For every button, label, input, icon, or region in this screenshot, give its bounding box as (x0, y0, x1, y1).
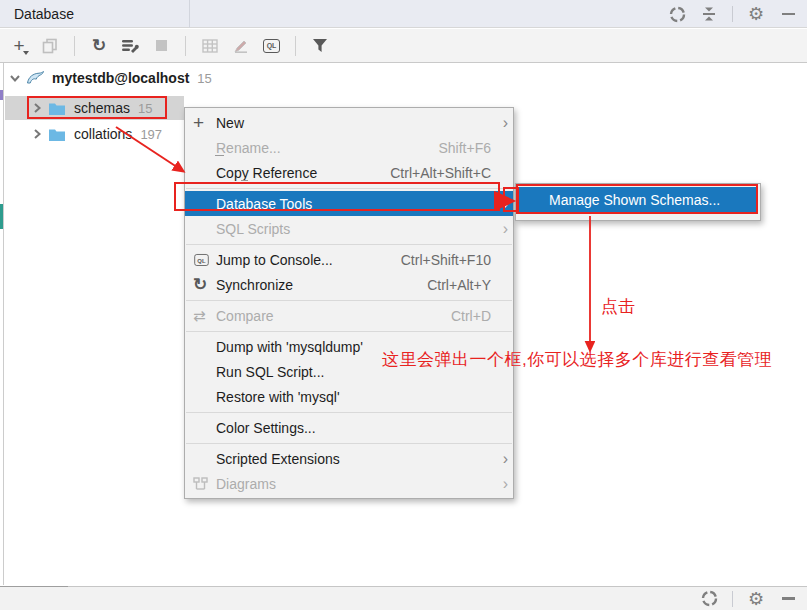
tab-database[interactable]: Database (0, 0, 190, 28)
submenu-arrow-icon (497, 221, 508, 237)
menu-item-diagrams[interactable]: Diagrams (185, 471, 513, 496)
tool-window-header: Database (0, 0, 807, 28)
bottom-tab-edge (0, 586, 68, 587)
menu-item-shortcut: Ctrl+Alt+Shift+C (390, 165, 491, 181)
menu-item-label: Diagrams (216, 476, 491, 492)
menu-item-shortcut: Ctrl+Alt+Y (427, 277, 491, 293)
menu-item-label: Jump to Console... (216, 252, 379, 268)
tree-row-connection[interactable]: mytestdb@localhost 15 (6, 64, 212, 92)
menu-item-label: Color Settings... (216, 420, 491, 436)
menu-item-label: Dump with 'mysqldump' (216, 339, 491, 355)
database-toolbar (0, 29, 807, 63)
compare-icon (193, 307, 216, 325)
tree-row-schemas[interactable]: schemas 15 (28, 96, 153, 120)
menu-item-dump-with-mysqldump[interactable]: Dump with 'mysqldump' (185, 334, 513, 359)
menu-item-shortcut: Ctrl+Shift+F10 (401, 252, 491, 268)
hide-icon[interactable] (779, 590, 797, 608)
node-count: 15 (138, 101, 152, 116)
context-menu: New Rename... Shift+F6 Copy Reference Ct… (184, 107, 514, 499)
segmented-circle-icon[interactable] (668, 5, 686, 23)
stripe-mark-teal (0, 204, 3, 229)
stop-icon[interactable] (152, 37, 170, 55)
edit-pencil-icon[interactable] (232, 37, 250, 55)
copy-icon[interactable] (41, 37, 59, 55)
menu-item-shortcut: Shift+F6 (438, 140, 491, 156)
menu-item-label: SQL Scripts (216, 221, 491, 237)
menu-item-label: Manage Shown Schemas... (549, 192, 720, 208)
menu-item-label: Rename... (216, 140, 416, 156)
bottombar-separator (732, 591, 733, 607)
menu-separator (186, 443, 512, 444)
menu-item-label: Database Tools (216, 196, 491, 212)
menu-item-scripted-extensions[interactable]: Scripted Extensions (185, 446, 513, 471)
hide-icon[interactable] (779, 5, 797, 23)
menu-item-sql-scripts[interactable]: SQL Scripts (185, 216, 513, 241)
menu-separator (186, 331, 512, 332)
collapse-icon[interactable] (700, 5, 718, 23)
submenu-arrow-icon (497, 476, 508, 492)
folder-icon (48, 125, 68, 143)
menu-item-compare[interactable]: Compare Ctrl+D (185, 303, 513, 328)
menu-item-label: Synchronize (216, 277, 405, 293)
bottom-tool-window-bar (0, 586, 807, 610)
console-icon (193, 253, 216, 267)
toolbar-separator (185, 36, 186, 56)
console-icon[interactable] (263, 39, 280, 53)
refresh-icon[interactable] (90, 37, 108, 55)
submenu-arrow-icon (497, 196, 508, 212)
gear-icon[interactable] (747, 5, 765, 23)
mnemonic-underline (215, 155, 224, 156)
header-separator (732, 6, 733, 22)
node-count: 197 (140, 127, 162, 142)
connection-name: mytestdb@localhost (52, 70, 189, 86)
add-icon[interactable] (10, 37, 28, 55)
menu-item-label: Copy Reference (216, 165, 368, 181)
menu-item-database-tools[interactable]: Database Tools (185, 191, 513, 216)
node-label: schemas (74, 100, 130, 116)
filter-icon[interactable] (311, 37, 329, 55)
menu-item-restore-with-mysql[interactable]: Restore with 'mysql' (185, 384, 513, 409)
stripe-mark-purple (0, 90, 3, 100)
menu-item-label: Run SQL Script... (216, 364, 491, 380)
segmented-circle-icon[interactable] (700, 590, 718, 608)
tree-row-collations[interactable]: collations 197 (28, 122, 162, 146)
menu-item-label: Compare (216, 308, 429, 324)
menu-item-copy-reference[interactable]: Copy Reference Ctrl+Alt+Shift+C (185, 160, 513, 185)
toolbar-separator (74, 36, 75, 56)
gear-icon[interactable] (747, 590, 765, 608)
menu-item-jump-to-console[interactable]: Jump to Console... Ctrl+Shift+F10 (185, 247, 513, 272)
menu-item-run-sql-script[interactable]: Run SQL Script... (185, 359, 513, 384)
menu-item-label: Scripted Extensions (216, 451, 491, 467)
tab-database-label: Database (14, 6, 74, 22)
database-tools-submenu: Manage Shown Schemas... (515, 183, 761, 221)
table-grid-icon[interactable] (201, 37, 219, 55)
caret-down-icon (23, 51, 29, 55)
menu-separator (186, 300, 512, 301)
panel-edge (3, 63, 4, 585)
menu-item-label: Restore with 'mysql' (216, 389, 491, 405)
menu-separator (186, 412, 512, 413)
menu-item-color-settings[interactable]: Color Settings... (185, 415, 513, 440)
data-source-properties-icon[interactable] (121, 37, 139, 55)
chevron-down-icon[interactable] (6, 70, 24, 86)
chevron-right-icon[interactable] (28, 100, 46, 116)
menu-item-manage-shown-schemas[interactable]: Manage Shown Schemas... (519, 187, 757, 213)
node-label: collations (74, 126, 132, 142)
menu-item-rename[interactable]: Rename... Shift+F6 (185, 135, 513, 160)
submenu-arrow-icon (497, 451, 508, 467)
chevron-right-icon[interactable] (28, 126, 46, 142)
connection-count: 15 (197, 71, 211, 86)
folder-icon (48, 99, 68, 117)
diagram-icon (193, 477, 216, 491)
menu-separator (186, 244, 512, 245)
menu-item-label: New (216, 115, 491, 131)
refresh-icon (193, 274, 216, 295)
database-tool-window: Database (0, 0, 807, 610)
toolbar-separator (295, 36, 296, 56)
menu-item-synchronize[interactable]: Synchronize Ctrl+Alt+Y (185, 272, 513, 297)
mysql-dolphin-icon (26, 69, 46, 87)
menu-item-shortcut: Ctrl+D (451, 308, 491, 324)
menu-item-new[interactable]: New (185, 110, 513, 135)
submenu-arrow-icon (497, 115, 508, 131)
mnemonic-underline (241, 180, 248, 181)
